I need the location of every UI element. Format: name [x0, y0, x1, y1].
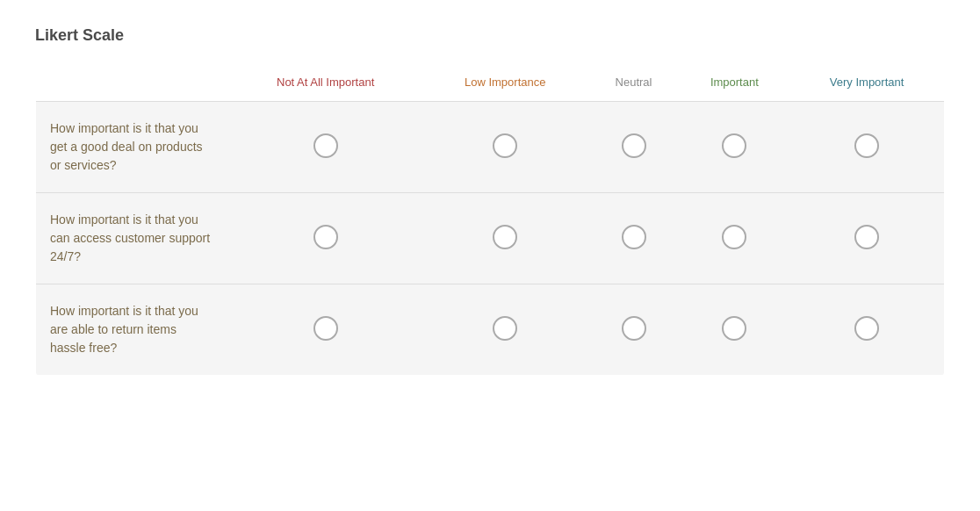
- table-row: How important is it that you can access …: [36, 193, 945, 284]
- radio-cell-1-3: [588, 102, 680, 193]
- radio-cell-3-1: [229, 284, 422, 376]
- radio-cell-1-2: [422, 102, 588, 193]
- radio-cell-3-2: [422, 284, 588, 376]
- header-row: Not At All Important Low Importance Neut…: [36, 63, 945, 102]
- question-text-1: How important is it that you get a good …: [36, 102, 229, 193]
- radio-low-3[interactable]: [493, 316, 517, 341]
- radio-cell-3-4: [679, 284, 789, 376]
- radio-cell-1-4: [679, 102, 789, 193]
- header-very-important: Very Important: [789, 63, 944, 102]
- likert-scale-table: Not At All Important Low Importance Neut…: [35, 62, 945, 376]
- question-text-3: How important is it that you are able to…: [36, 284, 229, 376]
- radio-very-1[interactable]: [854, 133, 879, 158]
- radio-cell-1-5: [789, 102, 944, 193]
- radio-cell-2-3: [588, 193, 680, 284]
- radio-cell-3-3: [588, 284, 680, 376]
- radio-neutral-2[interactable]: [622, 225, 646, 249]
- radio-low-1[interactable]: [493, 133, 517, 158]
- table-row: How important is it that you are able to…: [36, 284, 945, 376]
- radio-not-at-all-1[interactable]: [313, 133, 338, 158]
- radio-very-3[interactable]: [854, 316, 879, 341]
- table-row: How important is it that you get a good …: [36, 102, 945, 193]
- header-not-at-all: Not At All Important: [229, 63, 422, 102]
- question-text-2: How important is it that you can access …: [36, 193, 229, 284]
- header-low-importance: Low Importance: [422, 63, 588, 102]
- radio-cell-2-5: [789, 193, 944, 284]
- radio-not-at-all-3[interactable]: [313, 316, 338, 341]
- radio-not-at-all-2[interactable]: [313, 225, 338, 249]
- radio-neutral-3[interactable]: [622, 316, 646, 341]
- radio-important-1[interactable]: [722, 133, 746, 158]
- header-important: Important: [679, 63, 789, 102]
- radio-low-2[interactable]: [493, 225, 517, 249]
- radio-neutral-1[interactable]: [622, 133, 646, 158]
- header-neutral: Neutral: [588, 63, 680, 102]
- radio-cell-2-2: [422, 193, 588, 284]
- radio-very-2[interactable]: [854, 225, 879, 249]
- radio-important-3[interactable]: [722, 316, 746, 341]
- header-question-col: [36, 63, 229, 102]
- radio-cell-2-1: [229, 193, 422, 284]
- radio-cell-2-4: [679, 193, 789, 284]
- page-title: Likert Scale: [35, 26, 945, 45]
- radio-cell-1-1: [229, 102, 422, 193]
- radio-important-2[interactable]: [722, 225, 746, 249]
- radio-cell-3-5: [789, 284, 944, 376]
